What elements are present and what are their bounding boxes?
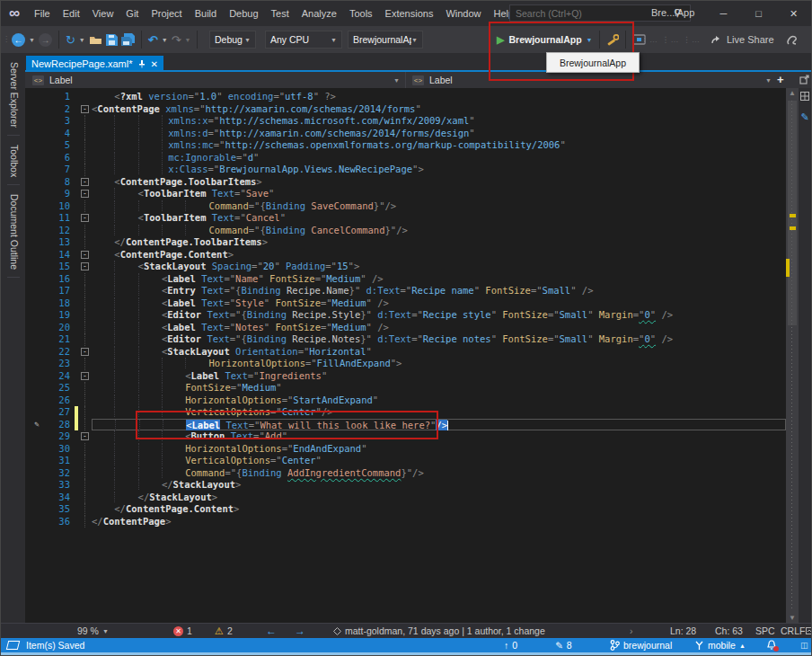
menu-test[interactable]: Test xyxy=(265,4,296,22)
line-number[interactable]: 14 xyxy=(49,249,70,262)
code-text[interactable]: Command="{Binding AddIngredientCommand}"… xyxy=(92,467,786,480)
breadcrumb-dropdown-icon[interactable]: ▼ xyxy=(393,77,400,84)
code-line-8[interactable]: 8- <ContentPage.ToolbarItems> xyxy=(25,176,786,189)
line-number[interactable]: 9 xyxy=(49,188,70,200)
code-text[interactable]: Command="{Binding SaveCommand}"/> xyxy=(92,200,786,213)
navigate-back-button[interactable]: ← xyxy=(12,33,25,47)
startup-project-dropdown[interactable]: BrewjournalApp▼ xyxy=(348,31,423,49)
fold-collapse-icon[interactable]: - xyxy=(78,261,92,273)
code-text[interactable]: <Label Text="Ingredients" xyxy=(92,370,786,383)
code-text[interactable]: mc:Ignorable="d" xyxy=(92,152,786,164)
line-number[interactable]: 5 xyxy=(49,139,70,152)
undo-icon[interactable]: ↶ xyxy=(148,34,158,46)
save-icon[interactable] xyxy=(106,34,118,46)
line-number[interactable]: 7 xyxy=(49,164,70,176)
code-text[interactable]: <?xml version="1.0" encoding="utf-8" ?> xyxy=(92,91,786,103)
code-line-2[interactable]: 2-<ContentPage xmlns="http://xamarin.com… xyxy=(25,103,786,116)
line-number[interactable]: 10 xyxy=(49,200,70,213)
code-text[interactable]: <ToolbarItem Text="Save" xyxy=(92,188,786,200)
edited-pencil-icon[interactable]: ✎ xyxy=(25,419,49,431)
code-text[interactable]: </StackLayout> xyxy=(92,492,786,504)
code-line-15[interactable]: 15- <StackLayout Spacing="20" Padding="1… xyxy=(25,261,786,273)
line-number[interactable]: 19 xyxy=(49,309,70,322)
code-text[interactable]: <Label Text="Notes" FontSize="Medium" /> xyxy=(92,322,786,334)
line-number[interactable]: 30 xyxy=(49,443,70,456)
code-text[interactable]: HorizontalOptions="StartAndExpand" xyxy=(92,394,786,407)
code-line-33[interactable]: 33 </StackLayout> xyxy=(25,479,786,492)
new-project-dropdown-icon[interactable]: ▼ xyxy=(79,37,85,43)
save-all-icon[interactable] xyxy=(121,33,135,46)
code-line-6[interactable]: 6 mc:Ignorable="d" xyxy=(25,152,786,164)
fold-collapse-icon[interactable]: - xyxy=(78,103,92,116)
code-text[interactable]: HorizontalOptions="FillAndExpand"> xyxy=(92,358,786,370)
line-number[interactable]: 3 xyxy=(49,115,70,128)
code-text[interactable]: </ContentPage.ToolbarItems> xyxy=(92,236,786,249)
code-text[interactable]: VerticalOptions="Center" xyxy=(92,455,786,467)
tool-window-tab-document-outline[interactable]: Document Outline xyxy=(7,185,20,278)
menu-debug[interactable]: Debug xyxy=(223,4,264,22)
line-number[interactable]: 22 xyxy=(49,346,70,359)
grid-view-icon[interactable] xyxy=(800,92,809,101)
code-line-3[interactable]: 3 xmlns:x="http://schemas.microsoft.com/… xyxy=(25,115,786,128)
line-number[interactable]: 25 xyxy=(49,382,70,394)
edit-pencil-icon[interactable]: ✎ xyxy=(800,111,808,123)
prev-issue-icon[interactable]: ← xyxy=(266,625,277,637)
fold-collapse-icon[interactable]: - xyxy=(78,212,92,225)
zoom-control[interactable]: 99 %▼ xyxy=(77,624,109,638)
line-number[interactable]: 20 xyxy=(49,322,70,334)
code-line-4[interactable]: 4 xmlns:d="http://xamarin.com/schemas/20… xyxy=(25,128,786,140)
code-text[interactable]: </StackLayout> xyxy=(92,479,786,492)
code-line-14[interactable]: 14- <ContentPage.Content> xyxy=(25,249,786,262)
menu-build[interactable]: Build xyxy=(189,4,223,22)
fold-collapse-icon[interactable]: - xyxy=(78,188,92,200)
fold-collapse-icon[interactable]: - xyxy=(78,249,92,262)
tool-window-tab-server-explorer[interactable]: Server Explorer xyxy=(7,53,20,136)
vertical-scrollbar[interactable]: ▲ ▼ xyxy=(786,88,799,624)
fold-collapse-icon[interactable]: - xyxy=(78,176,92,189)
line-number[interactable]: 24 xyxy=(49,370,70,383)
line-number[interactable]: 33 xyxy=(49,479,70,492)
feedback-icon[interactable] xyxy=(786,34,798,46)
code-line-22[interactable]: 22- <StackLayout Orientation="Horizontal… xyxy=(25,346,786,359)
menu-git[interactable]: Git xyxy=(119,4,145,22)
line-number[interactable]: 17 xyxy=(49,285,70,297)
next-issue-icon[interactable]: → xyxy=(295,625,305,637)
code-text[interactable]: <StackLayout Orientation="Horizontal" xyxy=(92,346,786,359)
code-line-35[interactable]: 35 </ContentPage.Content> xyxy=(25,503,786,516)
menu-analyze[interactable]: Analyze xyxy=(296,4,343,22)
line-number[interactable]: 11 xyxy=(49,212,70,225)
split-editor-button[interactable]: + xyxy=(777,73,784,86)
line-number[interactable]: 16 xyxy=(49,273,70,286)
line-number[interactable]: 21 xyxy=(49,333,70,346)
code-line-18[interactable]: 18 <Label Text="Style" FontSize="Medium"… xyxy=(25,297,786,310)
code-text[interactable]: <Editor Text="{Binding Recipe.Notes}" d:… xyxy=(92,333,786,346)
breadcrumb-dropdown-icon-right[interactable]: ▼ xyxy=(765,77,772,84)
code-line-26[interactable]: 26 HorizontalOptions="StartAndExpand" xyxy=(25,394,786,407)
code-text[interactable]: <Entry Text="{Binding Recipe.Name}" d:Te… xyxy=(92,285,786,297)
code-text[interactable]: xmlns:x="http://schemas.microsoft.com/wi… xyxy=(92,115,786,128)
line-number[interactable]: 31 xyxy=(49,455,70,467)
close-tab-icon[interactable]: ✕ xyxy=(151,59,158,69)
redo-icon[interactable]: ↷ xyxy=(172,34,181,46)
code-text[interactable]: <ContentPage xmlns="http://xamarin.com/s… xyxy=(92,103,786,116)
code-text[interactable]: </ContentPage> xyxy=(92,516,786,528)
line-number[interactable]: 23 xyxy=(49,358,70,370)
line-number[interactable]: 35 xyxy=(49,503,70,516)
new-project-icon[interactable]: ↻ xyxy=(66,34,75,46)
code-text[interactable]: <ContentPage.ToolbarItems> xyxy=(92,176,786,189)
code-text[interactable]: xmlns:d="http://xamarin.com/schemas/2014… xyxy=(92,128,786,140)
code-line-1[interactable]: 1 <?xml version="1.0" encoding="utf-8" ?… xyxy=(25,91,786,103)
breadcrumb-element-left[interactable]: <> Label xyxy=(25,72,405,88)
code-text[interactable]: <ContentPage.Content> xyxy=(92,249,786,262)
menu-extensions[interactable]: Extensions xyxy=(379,4,440,22)
code-line-23[interactable]: 23 HorizontalOptions="FillAndExpand"> xyxy=(25,358,786,370)
line-number[interactable]: 4 xyxy=(49,128,70,140)
resize-grip[interactable]: ◫ xyxy=(800,638,808,652)
pin-icon[interactable] xyxy=(138,60,146,68)
tool-window-tab-toolbox[interactable]: Toolbox xyxy=(7,136,20,185)
code-line-30[interactable]: 30 HorizontalOptions="EndAndExpand" xyxy=(25,443,786,456)
popout-window-icon[interactable] xyxy=(799,75,809,84)
code-line-34[interactable]: 34 </StackLayout> xyxy=(25,492,786,504)
code-line-11[interactable]: 11- <ToolbarItem Text="Cancel" xyxy=(25,212,786,225)
scrollbar-thumb[interactable] xyxy=(788,101,797,325)
